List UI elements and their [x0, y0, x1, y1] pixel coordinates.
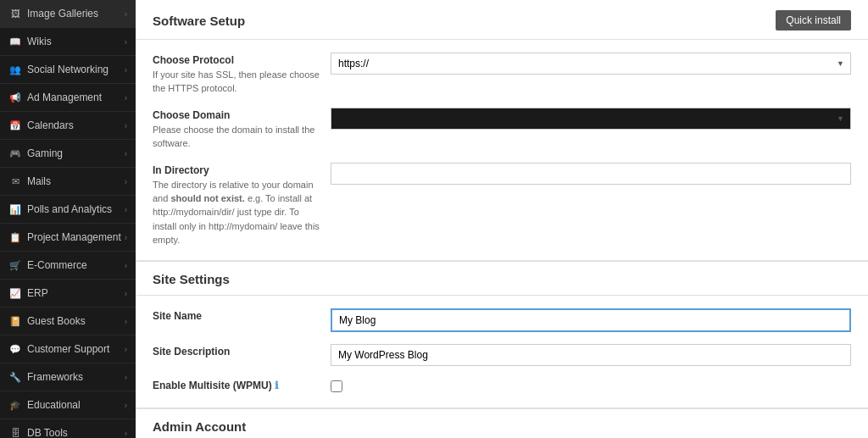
sidebar-item-left-customer-support: 💬 Customer Support: [8, 342, 109, 356]
sidebar-label-e-commerce: E-Commerce: [27, 259, 87, 271]
sidebar-chevron-wikis: ›: [125, 37, 127, 47]
sidebar-item-gaming[interactable]: 🎮 Gaming ›: [0, 140, 136, 168]
protocol-select[interactable]: https:// http://: [331, 53, 851, 75]
sidebar-item-erp[interactable]: 📈 ERP ›: [0, 280, 136, 308]
sidebar-label-polls-analytics: Polls and Analytics: [27, 203, 112, 215]
sidebar-item-db-tools[interactable]: 🗄 DB Tools ›: [0, 419, 136, 438]
directory-label: In Directory: [153, 164, 322, 176]
sidebar-item-left-image-galleries: 🖼 Image Galleries: [8, 7, 98, 20]
site-name-label: Site Name: [153, 310, 322, 322]
sidebar-label-guest-books: Guest Books: [27, 315, 86, 327]
name-arrow-svg: [860, 317, 868, 368]
sidebar-item-polls-analytics[interactable]: 📊 Polls and Analytics ›: [0, 196, 136, 224]
sidebar-icon-guest-books: 📔: [8, 314, 22, 328]
domain-select[interactable]: [331, 108, 851, 130]
sidebar-label-social-networking: Social Networking: [27, 64, 108, 75]
sidebar-item-mails[interactable]: ✉ Mails ›: [0, 168, 136, 196]
sidebar-item-ad-management[interactable]: 📢 Ad Management ›: [0, 84, 136, 112]
directory-row: In Directory The directory is relative t…: [153, 163, 851, 247]
sidebar-chevron-customer-support: ›: [125, 345, 127, 354]
sidebar-item-calendars[interactable]: 📅 Calendars ›: [0, 112, 136, 140]
sidebar-chevron-ad-management: ›: [125, 93, 127, 103]
sidebar-item-left-mails: ✉ Mails: [8, 175, 51, 188]
sidebar-item-left-guest-books: 📔 Guest Books: [8, 314, 86, 328]
sidebar-item-guest-books[interactable]: 📔 Guest Books ›: [0, 308, 136, 335]
sidebar-item-left-project-management: 📋 Project Management: [8, 230, 121, 244]
sidebar: 🖼 Image Galleries › 📖 Wikis › 👥 Social N…: [0, 0, 136, 438]
admin-account-title: Admin Account: [136, 409, 868, 438]
multisite-label: Enable Multisite (WPMU) ℹ: [153, 380, 322, 391]
site-name-row: Site Name Add name + desc.: [153, 308, 851, 332]
sidebar-item-left-polls-analytics: 📊 Polls and Analytics: [8, 202, 112, 216]
sidebar-item-left-calendars: 📅 Calendars: [8, 119, 74, 132]
software-setup-title: Software Setup: [153, 14, 245, 28]
sidebar-item-customer-support[interactable]: 💬 Customer Support ›: [0, 335, 136, 363]
sidebar-item-left-erp: 📈 ERP: [8, 286, 48, 300]
sidebar-chevron-erp: ›: [125, 289, 127, 298]
sidebar-icon-project-management: 📋: [8, 230, 22, 244]
sidebar-label-db-tools: DB Tools: [27, 427, 68, 438]
sidebar-item-educational[interactable]: 🎓 Educational ›: [0, 391, 136, 419]
sidebar-chevron-image-galleries: ›: [125, 9, 127, 19]
main-content: Software Setup Quick install Choose Prot…: [136, 0, 868, 438]
sidebar-item-image-galleries[interactable]: 🖼 Image Galleries ›: [0, 0, 136, 28]
site-description-input[interactable]: [331, 344, 851, 366]
domain-hint: Please choose the domain to install the …: [153, 125, 314, 148]
sidebar-icon-image-galleries: 🖼: [8, 7, 22, 20]
sidebar-chevron-educational: ›: [125, 401, 127, 410]
directory-control: Leave it blank...: [331, 163, 851, 185]
sidebar-chevron-mails: ›: [125, 177, 127, 186]
sidebar-icon-calendars: 📅: [8, 119, 22, 132]
sidebar-label-frameworks: Frameworks: [27, 371, 83, 383]
site-name-label-col: Site Name: [153, 308, 322, 324]
sidebar-icon-customer-support: 💬: [8, 342, 22, 356]
sidebar-item-social-networking[interactable]: 👥 Social Networking ›: [0, 56, 136, 84]
sidebar-chevron-project-management: ›: [125, 233, 127, 242]
multisite-row: Enable Multisite (WPMU) ℹ: [153, 378, 851, 395]
protocol-control: https:// http://: [331, 53, 851, 75]
sidebar-chevron-gaming: ›: [125, 149, 127, 158]
site-name-input[interactable]: [331, 308, 851, 332]
sidebar-item-left-frameworks: 🔧 Frameworks: [8, 370, 83, 384]
sidebar-item-e-commerce[interactable]: 🛒 E-Commerce ›: [0, 252, 136, 280]
sidebar-icon-frameworks: 🔧: [8, 370, 22, 384]
sidebar-label-mails: Mails: [27, 175, 51, 187]
protocol-row: Choose Protocol If your site has SSL, th…: [153, 53, 851, 96]
sidebar-label-gaming: Gaming: [27, 147, 63, 159]
sidebar-chevron-db-tools: ›: [125, 429, 127, 438]
quick-install-button[interactable]: Quick install: [776, 10, 851, 30]
site-settings-title: Site Settings: [136, 262, 868, 296]
software-setup-header: Software Setup Quick install: [136, 0, 868, 40]
sidebar-icon-db-tools: 🗄: [8, 426, 22, 438]
sidebar-item-project-management[interactable]: 📋 Project Management ›: [0, 224, 136, 252]
sidebar-chevron-polls-analytics: ›: [125, 205, 127, 214]
site-description-label: Site Description: [153, 346, 322, 358]
sidebar-chevron-guest-books: ›: [125, 317, 127, 326]
sidebar-icon-wikis: 📖: [8, 35, 22, 48]
domain-control: [331, 108, 851, 130]
sidebar-icon-erp: 📈: [8, 286, 22, 300]
sidebar-label-erp: ERP: [27, 287, 48, 299]
sidebar-item-left-social-networking: 👥 Social Networking: [8, 63, 108, 76]
sidebar-item-frameworks[interactable]: 🔧 Frameworks ›: [0, 363, 136, 391]
multisite-checkbox[interactable]: [331, 380, 342, 392]
domain-select-wrapper: [331, 108, 851, 130]
sidebar-item-left-wikis: 📖 Wikis: [8, 35, 52, 48]
sidebar-chevron-e-commerce: ›: [125, 261, 127, 270]
sidebar-icon-gaming: 🎮: [8, 147, 22, 160]
sidebar-item-left-db-tools: 🗄 DB Tools: [8, 426, 68, 438]
sidebar-icon-ad-management: 📢: [8, 91, 22, 104]
sidebar-icon-polls-analytics: 📊: [8, 202, 22, 216]
sidebar-icon-social-networking: 👥: [8, 63, 22, 76]
site-description-label-col: Site Description: [153, 344, 322, 359]
site-description-row: Site Description: [153, 344, 851, 366]
protocol-label-col: Choose Protocol If your site has SSL, th…: [153, 53, 322, 96]
directory-hint: The directory is relative to your domain…: [153, 180, 320, 246]
sidebar-item-left-educational: 🎓 Educational: [8, 398, 81, 412]
protocol-hint: If your site has SSL, then please choose…: [153, 69, 320, 93]
sidebar-item-wikis[interactable]: 📖 Wikis ›: [0, 28, 136, 56]
sidebar-label-ad-management: Ad Management: [27, 91, 102, 103]
directory-label-col: In Directory The directory is relative t…: [153, 163, 322, 247]
sidebar-chevron-calendars: ›: [125, 121, 127, 130]
directory-input[interactable]: [331, 163, 851, 185]
